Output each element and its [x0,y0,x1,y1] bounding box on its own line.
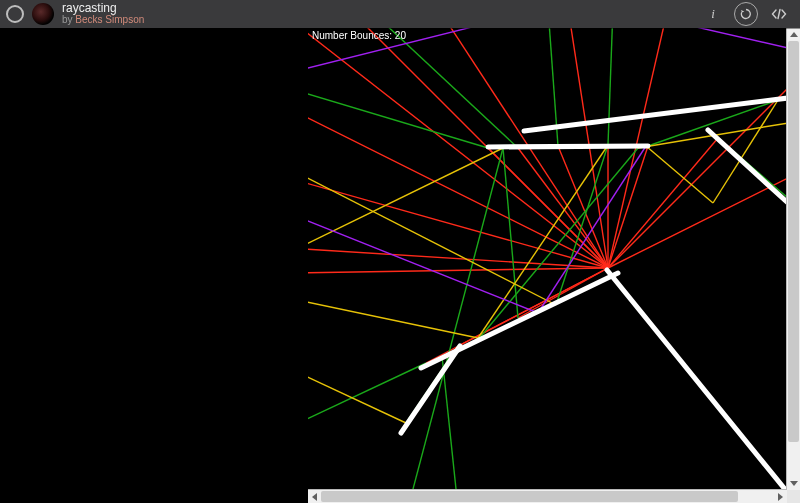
ray-line [608,146,648,268]
scroll-corner [787,490,800,503]
restart-button[interactable] [734,2,758,26]
author-link[interactable]: Becks Simpson [75,14,144,25]
ray-line [308,108,608,268]
ray-line [308,268,608,273]
bounces-value: 20 [395,30,406,41]
stage-wrap: Number Bounces: 20 [0,28,800,503]
scroll-left-button[interactable] [308,490,321,503]
ray-line [426,268,608,363]
vertical-scrollbar[interactable] [786,28,800,490]
site-logo-icon[interactable] [6,5,24,23]
vscroll-track[interactable] [787,41,800,477]
ray-line [308,213,538,313]
scroll-right-button[interactable] [774,490,787,503]
ray-line [608,28,613,145]
ray-line [646,146,713,203]
title-block: raycasting by Becks Simpson [62,2,144,25]
wall-line [488,146,648,147]
canvas-area[interactable]: Number Bounces: 20 [308,28,787,490]
hscroll-track[interactable] [321,490,774,503]
byline: by Becks Simpson [62,15,144,26]
code-icon [771,8,787,20]
top-bar: raycasting by Becks Simpson i [0,0,800,28]
code-button[interactable] [768,3,790,25]
ray-line [503,148,518,318]
bounces-overlay: Number Bounces: 20 [312,30,406,41]
scroll-down-button[interactable] [787,477,800,490]
restart-icon [740,8,752,20]
ray-line [488,148,608,268]
info-button[interactable]: i [702,3,724,25]
ray-line [442,356,458,490]
bounces-label: Number Bounces: [312,30,395,41]
wall-line [524,98,787,131]
hscroll-thumb[interactable] [321,491,738,502]
scroll-up-button[interactable] [787,28,800,41]
ray-line [408,148,503,490]
ray-line [608,138,718,268]
ray-line [308,298,478,338]
by-label: by [62,14,75,25]
wall-line [401,346,460,433]
ray-line [613,28,787,48]
wall-line [421,273,618,368]
horizontal-scrollbar[interactable] [308,489,787,503]
author-avatar[interactable] [32,3,54,25]
vscroll-thumb[interactable] [788,41,799,442]
ray-line [308,248,608,268]
ray-line [308,88,488,148]
raycast-svg [308,28,787,490]
ray-line [608,178,787,268]
ray-line [368,28,518,148]
wall-line [607,270,787,490]
